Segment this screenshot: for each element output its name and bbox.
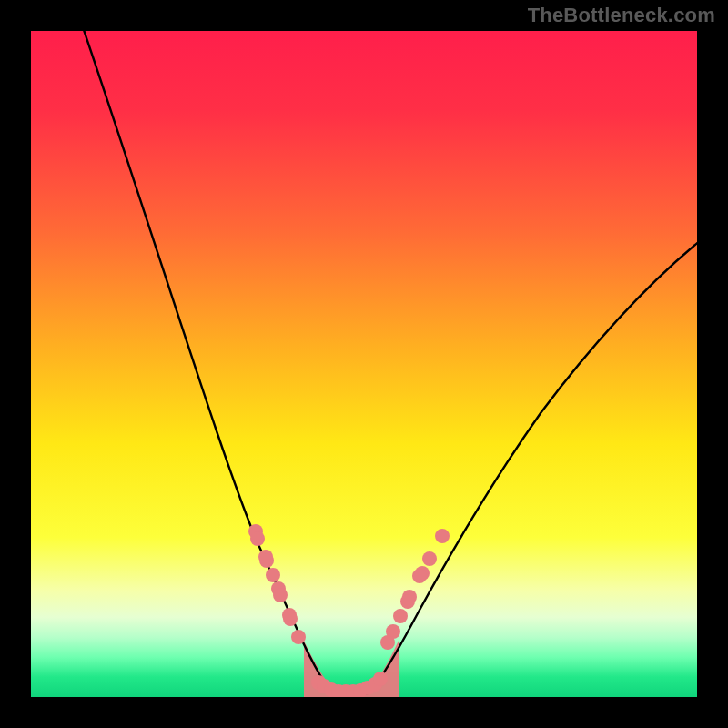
data-dot — [273, 588, 288, 602]
data-dot — [435, 529, 450, 543]
data-dot — [266, 568, 280, 582]
left-arm-dots — [248, 524, 306, 644]
plot-area — [31, 31, 697, 697]
right-arm-dots — [380, 529, 450, 650]
data-dot — [373, 672, 388, 686]
data-dot — [283, 612, 298, 626]
data-dot — [380, 635, 395, 650]
data-dot — [412, 569, 427, 583]
data-dot — [291, 630, 306, 644]
data-dot — [259, 553, 274, 568]
right-arm-curve — [368, 236, 697, 693]
chart-frame: TheBottleneck.com — [0, 0, 728, 728]
data-dot — [393, 609, 408, 623]
left-arm-curve — [81, 31, 333, 693]
watermark-text: TheBottleneck.com — [528, 4, 715, 27]
data-dot — [250, 531, 265, 546]
curve-svg — [31, 31, 697, 697]
data-dot — [400, 594, 415, 609]
data-dot — [422, 551, 437, 566]
